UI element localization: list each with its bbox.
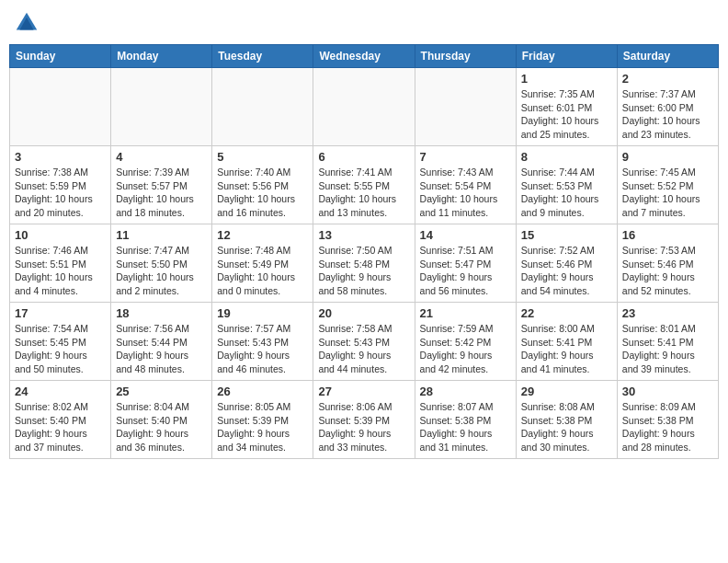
calendar-day [111,68,212,146]
day-number: 22 [521,306,612,320]
day-number: 4 [116,150,207,164]
calendar-day: 13Sunrise: 7:50 AM Sunset: 5:48 PM Dayli… [313,224,415,303]
calendar-day: 25Sunrise: 8:04 AM Sunset: 5:40 PM Dayli… [111,381,212,459]
day-number: 6 [318,150,409,164]
day-info: Sunrise: 8:05 AM Sunset: 5:39 PM Dayligh… [217,400,308,454]
calendar-day: 9Sunrise: 7:45 AM Sunset: 5:52 PM Daylig… [617,146,718,224]
day-info: Sunrise: 8:04 AM Sunset: 5:40 PM Dayligh… [116,400,207,454]
calendar-day: 12Sunrise: 7:48 AM Sunset: 5:49 PM Dayli… [212,224,313,303]
calendar-day: 23Sunrise: 8:01 AM Sunset: 5:41 PM Dayli… [617,303,718,381]
day-info: Sunrise: 8:09 AM Sunset: 5:38 PM Dayligh… [622,400,713,454]
calendar-day: 11Sunrise: 7:47 AM Sunset: 5:50 PM Dayli… [111,224,212,303]
day-number: 2 [622,72,713,86]
day-info: Sunrise: 7:50 AM Sunset: 5:48 PM Dayligh… [318,244,409,298]
calendar-day [10,68,111,146]
calendar-day: 18Sunrise: 7:56 AM Sunset: 5:44 PM Dayli… [111,303,212,381]
calendar-day: 17Sunrise: 7:54 AM Sunset: 5:45 PM Dayli… [10,303,111,381]
day-info: Sunrise: 7:35 AM Sunset: 6:01 PM Dayligh… [521,87,612,142]
day-info: Sunrise: 7:39 AM Sunset: 5:57 PM Dayligh… [116,166,207,220]
day-number: 30 [622,385,713,398]
calendar-week-2: 3Sunrise: 7:38 AM Sunset: 5:59 PM Daylig… [10,146,719,224]
calendar-day: 27Sunrise: 8:06 AM Sunset: 5:39 PM Dayli… [313,381,415,459]
calendar-day: 20Sunrise: 7:58 AM Sunset: 5:43 PM Dayli… [313,303,415,381]
weekday-header-tuesday: Tuesday [212,45,313,68]
day-number: 24 [15,385,106,398]
weekday-header-monday: Monday [111,45,212,68]
calendar-day: 14Sunrise: 7:51 AM Sunset: 5:47 PM Dayli… [415,224,516,303]
calendar-body: 1Sunrise: 7:35 AM Sunset: 6:01 PM Daylig… [10,68,719,459]
day-number: 23 [622,306,713,320]
calendar-day: 28Sunrise: 8:07 AM Sunset: 5:38 PM Dayli… [415,381,516,459]
day-info: Sunrise: 7:56 AM Sunset: 5:44 PM Dayligh… [116,322,207,376]
logo [13,9,44,37]
day-info: Sunrise: 7:41 AM Sunset: 5:55 PM Dayligh… [318,166,409,220]
weekday-header-saturday: Saturday [617,45,718,68]
calendar-day: 4Sunrise: 7:39 AM Sunset: 5:57 PM Daylig… [111,146,212,224]
day-info: Sunrise: 8:01 AM Sunset: 5:41 PM Dayligh… [622,322,713,376]
weekday-header-wednesday: Wednesday [313,45,415,68]
calendar-day: 26Sunrise: 8:05 AM Sunset: 5:39 PM Dayli… [212,381,313,459]
calendar-week-3: 10Sunrise: 7:46 AM Sunset: 5:51 PM Dayli… [10,224,719,303]
day-number: 17 [15,306,106,320]
day-number: 12 [217,228,308,242]
calendar-day: 1Sunrise: 7:35 AM Sunset: 6:01 PM Daylig… [516,68,617,146]
day-info: Sunrise: 7:58 AM Sunset: 5:43 PM Dayligh… [318,322,409,376]
day-number: 15 [521,228,612,242]
calendar-day [212,68,313,146]
calendar-day [415,68,516,146]
calendar-day: 2Sunrise: 7:37 AM Sunset: 6:00 PM Daylig… [617,68,718,146]
day-number: 21 [420,306,511,320]
day-number: 3 [15,150,106,164]
day-info: Sunrise: 7:54 AM Sunset: 5:45 PM Dayligh… [15,322,106,376]
day-number: 20 [318,306,409,320]
day-number: 10 [15,228,106,242]
calendar-week-1: 1Sunrise: 7:35 AM Sunset: 6:01 PM Daylig… [10,68,719,146]
day-info: Sunrise: 7:52 AM Sunset: 5:46 PM Dayligh… [521,244,612,298]
calendar-week-5: 24Sunrise: 8:02 AM Sunset: 5:40 PM Dayli… [10,381,719,459]
day-number: 9 [622,150,713,164]
day-info: Sunrise: 8:07 AM Sunset: 5:38 PM Dayligh… [420,400,511,454]
calendar-day: 7Sunrise: 7:43 AM Sunset: 5:54 PM Daylig… [415,146,516,224]
calendar-day: 29Sunrise: 8:08 AM Sunset: 5:38 PM Dayli… [516,381,617,459]
calendar-day: 24Sunrise: 8:02 AM Sunset: 5:40 PM Dayli… [10,381,111,459]
weekday-header-thursday: Thursday [415,45,516,68]
calendar-header-row: SundayMondayTuesdayWednesdayThursdayFrid… [10,45,719,68]
day-info: Sunrise: 8:02 AM Sunset: 5:40 PM Dayligh… [15,400,106,454]
day-number: 11 [116,228,207,242]
calendar-day: 30Sunrise: 8:09 AM Sunset: 5:38 PM Dayli… [617,381,718,459]
day-number: 26 [217,385,308,398]
calendar-day: 21Sunrise: 7:59 AM Sunset: 5:42 PM Dayli… [415,303,516,381]
calendar-day: 10Sunrise: 7:46 AM Sunset: 5:51 PM Dayli… [10,224,111,303]
calendar-day: 22Sunrise: 8:00 AM Sunset: 5:41 PM Dayli… [516,303,617,381]
day-number: 25 [116,385,207,398]
calendar-week-4: 17Sunrise: 7:54 AM Sunset: 5:45 PM Dayli… [10,303,719,381]
day-number: 29 [521,385,612,398]
day-number: 28 [420,385,511,398]
day-number: 18 [116,306,207,320]
day-info: Sunrise: 7:47 AM Sunset: 5:50 PM Dayligh… [116,244,207,298]
page-header [9,9,719,37]
calendar-day: 19Sunrise: 7:57 AM Sunset: 5:43 PM Dayli… [212,303,313,381]
day-info: Sunrise: 7:48 AM Sunset: 5:49 PM Dayligh… [217,244,308,298]
day-info: Sunrise: 7:46 AM Sunset: 5:51 PM Dayligh… [15,244,106,298]
day-info: Sunrise: 7:57 AM Sunset: 5:43 PM Dayligh… [217,322,308,376]
day-info: Sunrise: 7:45 AM Sunset: 5:52 PM Dayligh… [622,166,713,220]
calendar-day: 5Sunrise: 7:40 AM Sunset: 5:56 PM Daylig… [212,146,313,224]
day-number: 7 [420,150,511,164]
day-number: 19 [217,306,308,320]
weekday-header-friday: Friday [516,45,617,68]
day-number: 5 [217,150,308,164]
day-info: Sunrise: 7:51 AM Sunset: 5:47 PM Dayligh… [420,244,511,298]
day-info: Sunrise: 7:44 AM Sunset: 5:53 PM Dayligh… [521,166,612,220]
day-info: Sunrise: 7:38 AM Sunset: 5:59 PM Dayligh… [15,166,106,220]
day-info: Sunrise: 8:08 AM Sunset: 5:38 PM Dayligh… [521,400,612,454]
calendar-day [313,68,415,146]
day-number: 1 [521,72,612,86]
day-number: 27 [318,385,409,398]
day-info: Sunrise: 7:53 AM Sunset: 5:46 PM Dayligh… [622,244,713,298]
logo-icon [13,9,40,37]
day-number: 13 [318,228,409,242]
calendar-day: 8Sunrise: 7:44 AM Sunset: 5:53 PM Daylig… [516,146,617,224]
day-number: 14 [420,228,511,242]
weekday-header-sunday: Sunday [10,45,111,68]
